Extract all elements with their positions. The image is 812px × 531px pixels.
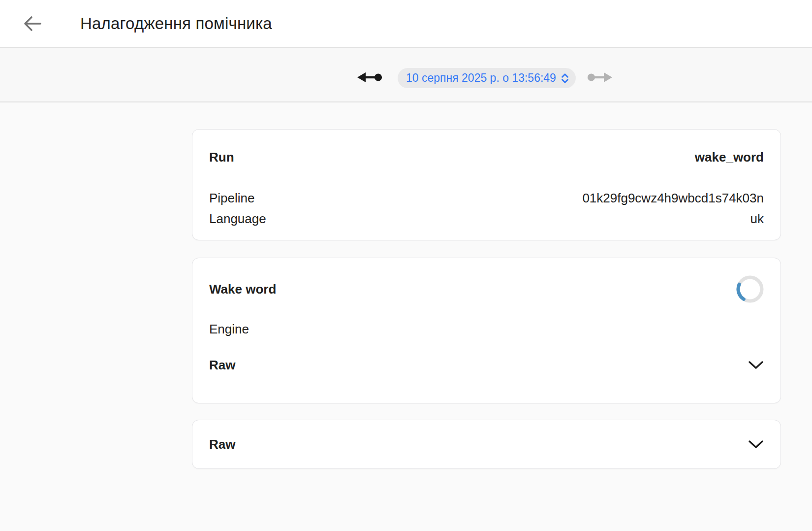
language-value: uk [750, 208, 764, 229]
engine-label: Engine [209, 322, 764, 336]
run-datetime-input[interactable]: 10 серпня 2025 р. о 13:56:49 [398, 68, 576, 88]
raw-label: Raw [209, 437, 235, 452]
ray-start-arrow-right-icon [587, 70, 613, 85]
previous-run-button[interactable] [353, 67, 386, 87]
wake-word-raw-toggle[interactable]: Raw [209, 358, 764, 372]
next-run-button[interactable] [584, 67, 616, 87]
chevron-down-icon [748, 440, 764, 449]
spinner-icon [736, 275, 764, 303]
debug-content: Run wake_word Pipeline 01k29fg9cwz4h9wbc… [192, 129, 781, 469]
back-button[interactable] [21, 12, 44, 35]
pipeline-label: Pipeline [209, 188, 255, 208]
wake-word-header: Wake word [209, 258, 764, 303]
pipeline-value: 01k29fg9cwz4h9wbcd1s74k03n [582, 188, 764, 208]
raw-label: Raw [209, 358, 235, 372]
app-header: Налагодження помічника [0, 0, 812, 48]
wake-word-card: Wake word Engine Raw [192, 258, 781, 403]
run-info-card: Run wake_word Pipeline 01k29fg9cwz4h9wbc… [192, 129, 781, 240]
run-datetime-value: 10 серпня 2025 р. о 13:56:49 [406, 71, 556, 85]
arrow-left-icon [23, 15, 42, 32]
page-title: Налагодження помічника [80, 14, 272, 33]
run-picker-toolbar: 10 серпня 2025 р. о 13:56:49 [0, 48, 812, 102]
run-value: wake_word [695, 150, 764, 165]
wake-word-title: Wake word [209, 282, 276, 297]
up-down-chevrons-icon [561, 72, 569, 84]
run-row: Run wake_word [209, 130, 764, 165]
pipeline-row: Pipeline 01k29fg9cwz4h9wbcd1s74k03n [209, 188, 764, 208]
chevron-down-icon [748, 361, 764, 369]
language-row: Language uk [209, 208, 764, 229]
ray-end-arrow-left-icon [357, 70, 382, 85]
raw-section-toggle[interactable]: Raw [192, 420, 781, 469]
language-label: Language [209, 208, 266, 229]
run-label: Run [209, 150, 234, 165]
